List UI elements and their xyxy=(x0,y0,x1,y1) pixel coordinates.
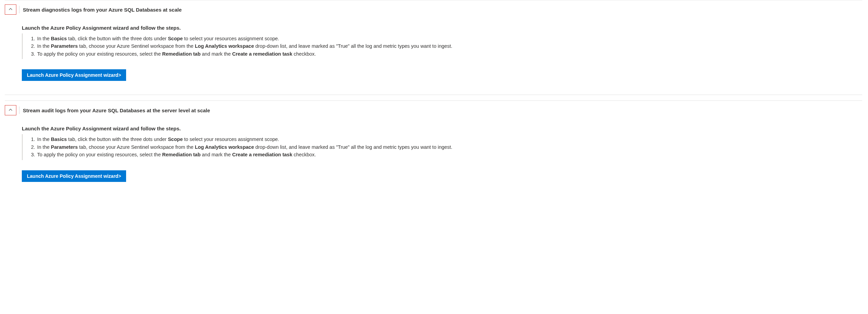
accordion-section-diagnostics: Stream diagnostics logs from your Azure … xyxy=(5,0,862,95)
section-content: Launch the Azure Policy Assignment wizar… xyxy=(22,25,862,81)
step-text-post: checkbox. xyxy=(292,152,316,157)
step-text-post: to select your resources assignment scop… xyxy=(183,137,279,142)
step-2: 2.In the Parameters tab, choose your Azu… xyxy=(31,42,862,50)
step-text-mid: tab, click the button with the three dot… xyxy=(67,36,168,41)
step-bold-1: Basics xyxy=(51,36,67,41)
step-text-post: to select your resources assignment scop… xyxy=(183,36,279,41)
collapse-toggle[interactable] xyxy=(5,4,16,15)
chevron-up-icon xyxy=(9,108,13,113)
step-bold-1: Basics xyxy=(51,137,67,142)
step-number: 2. xyxy=(31,42,37,50)
step-bold-2: Scope xyxy=(168,36,183,41)
step-text-pre: In the xyxy=(37,144,51,150)
step-bold-2: Create a remediation task xyxy=(232,51,292,57)
step-bold-1: Parameters xyxy=(51,43,78,49)
step-text-pre: In the xyxy=(37,137,51,142)
step-text-post: checkbox. xyxy=(292,51,316,57)
accordion-header[interactable]: Stream diagnostics logs from your Azure … xyxy=(5,4,862,15)
collapse-toggle[interactable] xyxy=(5,105,16,115)
step-number: 3. xyxy=(31,151,37,158)
step-bold-1: Remediation tab xyxy=(162,152,201,157)
step-text-pre: To apply the policy on your existing res… xyxy=(37,152,162,157)
step-3: 3.To apply the policy on your existing r… xyxy=(31,50,862,58)
lead-text: Launch the Azure Policy Assignment wizar… xyxy=(22,126,862,131)
step-text-mid: tab, click the button with the three dot… xyxy=(67,137,168,142)
step-bold-2: Log Analytics workspace xyxy=(195,144,254,150)
vertical-separator xyxy=(19,6,19,13)
step-bold-1: Remediation tab xyxy=(162,51,201,57)
vertical-separator xyxy=(19,106,19,114)
step-bold-1: Parameters xyxy=(51,144,78,150)
step-number: 2. xyxy=(31,143,37,151)
section-title: Stream audit logs from your Azure SQL Da… xyxy=(23,108,210,113)
step-bold-2: Scope xyxy=(168,137,183,142)
step-bold-2: Create a remediation task xyxy=(232,152,292,157)
step-text-post: drop-down list, and leave marked as "Tru… xyxy=(254,144,452,150)
step-text-post: drop-down list, and leave marked as "Tru… xyxy=(254,43,452,49)
step-text-mid: and mark the xyxy=(201,152,232,157)
launch-wizard-button[interactable]: Launch Azure Policy Assignment wizard> xyxy=(22,69,126,81)
section-title: Stream diagnostics logs from your Azure … xyxy=(23,7,182,13)
chevron-up-icon xyxy=(9,7,13,12)
step-1: 1.In the Basics tab, click the button wi… xyxy=(31,35,862,42)
step-text-mid: tab, choose your Azure Sentinel workspac… xyxy=(78,144,195,150)
steps-list: 1.In the Basics tab, click the button wi… xyxy=(22,33,862,59)
step-bold-2: Log Analytics workspace xyxy=(195,43,254,49)
step-text-mid: and mark the xyxy=(201,51,232,57)
step-text-pre: In the xyxy=(37,43,51,49)
accordion-section-audit: Stream audit logs from your Azure SQL Da… xyxy=(5,101,862,195)
step-3: 3.To apply the policy on your existing r… xyxy=(31,151,862,158)
section-content: Launch the Azure Policy Assignment wizar… xyxy=(22,126,862,182)
accordion-header[interactable]: Stream audit logs from your Azure SQL Da… xyxy=(5,105,862,115)
step-number: 3. xyxy=(31,50,37,58)
lead-text: Launch the Azure Policy Assignment wizar… xyxy=(22,25,862,31)
step-number: 1. xyxy=(31,35,37,42)
step-2: 2.In the Parameters tab, choose your Azu… xyxy=(31,143,862,151)
step-number: 1. xyxy=(31,135,37,143)
launch-wizard-button[interactable]: Launch Azure Policy Assignment wizard> xyxy=(22,170,126,182)
spacer xyxy=(0,95,868,100)
step-text-pre: To apply the policy on your existing res… xyxy=(37,51,162,57)
step-text-pre: In the xyxy=(37,36,51,41)
steps-list: 1.In the Basics tab, click the button wi… xyxy=(22,134,862,160)
step-text-mid: tab, choose your Azure Sentinel workspac… xyxy=(78,43,195,49)
step-1: 1.In the Basics tab, click the button wi… xyxy=(31,135,862,143)
